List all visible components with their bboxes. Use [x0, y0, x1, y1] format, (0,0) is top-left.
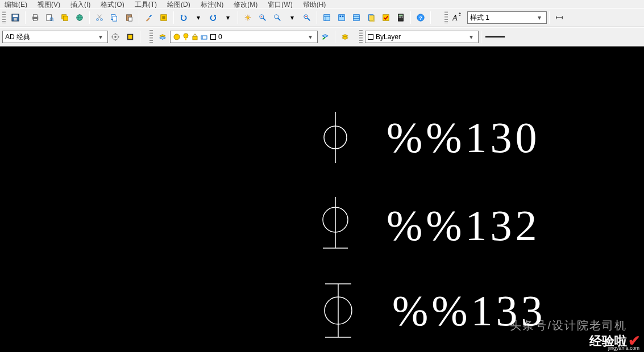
- svg-rect-63: [185, 37, 186, 40]
- svg-rect-48: [399, 16, 400, 18]
- workspace-save-button[interactable]: [123, 30, 138, 44]
- zoom-previous-button[interactable]: [300, 10, 314, 25]
- workspace-settings-button[interactable]: [108, 30, 123, 44]
- svg-text:A: A: [452, 14, 458, 22]
- design-center-button[interactable]: [334, 10, 349, 25]
- text-style-value: 样式 1: [470, 13, 535, 23]
- color-swatch: [368, 34, 373, 40]
- text-style-dropdown[interactable]: 样式 1 ▾: [467, 11, 547, 24]
- svg-rect-45: [383, 15, 389, 21]
- menu-item[interactable]: 视图(V): [38, 1, 60, 8]
- workspace-dropdown[interactable]: AD 经典 ▾: [2, 31, 108, 43]
- phi-underline-symbol-icon: [318, 194, 352, 257]
- svg-line-28: [263, 18, 265, 20]
- publish-button[interactable]: [57, 10, 72, 25]
- menu-item[interactable]: 帮助(H): [303, 1, 326, 8]
- svg-line-8: [52, 20, 53, 21]
- match-properties-button[interactable]: [142, 10, 156, 25]
- print-button[interactable]: [28, 10, 43, 25]
- toolbar-grip[interactable]: [149, 30, 153, 44]
- menu-item[interactable]: 工具(T): [135, 1, 157, 8]
- redo-button[interactable]: [206, 10, 221, 25]
- svg-point-30: [275, 15, 279, 19]
- svg-rect-19: [113, 16, 117, 21]
- menu-item[interactable]: 格式(O): [101, 1, 124, 8]
- layers-toolbar: AD 经典 ▾ 0 ▾ ByLayer ▾: [0, 27, 644, 47]
- svg-point-15: [101, 19, 103, 21]
- zoom-dropdown[interactable]: ▾: [285, 10, 300, 25]
- calculator-button[interactable]: [393, 10, 408, 25]
- phi-symbol-icon: [318, 109, 352, 166]
- separator: [335, 31, 335, 43]
- svg-line-31: [278, 18, 280, 20]
- chevron-down-icon: ▾: [306, 31, 315, 43]
- layer-properties-button[interactable]: [155, 30, 170, 44]
- undo-button[interactable]: [176, 10, 191, 25]
- block-editor-button[interactable]: [156, 10, 171, 25]
- toolbar-grip[interactable]: [2, 11, 6, 24]
- svg-point-26: [247, 16, 249, 19]
- svg-rect-4: [34, 15, 38, 17]
- save-button[interactable]: [8, 10, 23, 25]
- cut-button[interactable]: [92, 10, 107, 25]
- drawing-text: %%132: [387, 201, 541, 250]
- separator: [410, 11, 411, 24]
- layer-status-icons: [173, 33, 208, 41]
- chevron-down-icon: ▾: [535, 12, 544, 23]
- help-button[interactable]: ?: [413, 10, 428, 25]
- toolbar-grip[interactable]: [444, 11, 448, 24]
- chevron-down-icon: ▾: [96, 31, 105, 43]
- paste-button[interactable]: [122, 10, 136, 25]
- markup-button[interactable]: [379, 10, 393, 25]
- separator: [140, 31, 140, 43]
- dimension-style-button[interactable]: [552, 10, 567, 25]
- zoom-window-button[interactable]: [270, 10, 285, 25]
- layer-state-button[interactable]: [338, 30, 352, 44]
- print-preview-button[interactable]: [43, 10, 57, 25]
- tool-palettes-button[interactable]: [349, 10, 364, 25]
- layer-dropdown[interactable]: 0 ▾: [170, 31, 318, 43]
- svg-line-23: [149, 15, 152, 18]
- svg-rect-34: [324, 15, 330, 21]
- svg-rect-22: [128, 17, 132, 21]
- pan-button[interactable]: [240, 10, 255, 25]
- publish-web-button[interactable]: [72, 10, 87, 25]
- svg-rect-44: [369, 16, 374, 22]
- color-dropdown[interactable]: ByLayer ▾: [365, 31, 479, 43]
- svg-text:?: ?: [419, 15, 422, 21]
- svg-rect-40: [354, 15, 360, 21]
- brand-watermark: 经验啦 ✔ jingyanla.com: [589, 332, 641, 350]
- drawing-canvas[interactable]: %%130 %%132 %%133 头条号/设计院老司机 经验啦 ✔ jingy…: [0, 47, 644, 352]
- zoom-realtime-button[interactable]: +: [255, 10, 270, 25]
- separator: [173, 11, 174, 24]
- menu-item[interactable]: 编辑(E): [5, 1, 27, 8]
- redo-dropdown[interactable]: ▾: [221, 10, 235, 25]
- layer-value: 0: [218, 33, 306, 41]
- standard-toolbar: ▾ ▾ + ▾ ? A: [0, 8, 644, 27]
- undo-dropdown[interactable]: ▾: [191, 10, 206, 25]
- separator: [317, 11, 317, 24]
- toolbar-grip[interactable]: [359, 30, 363, 44]
- menu-item[interactable]: 窗口(W): [268, 1, 292, 8]
- text-style-button[interactable]: A: [450, 10, 465, 25]
- linetype-button[interactable]: [484, 30, 506, 44]
- properties-button[interactable]: [319, 10, 334, 25]
- separator: [238, 11, 238, 24]
- separator: [139, 11, 139, 24]
- menu-item[interactable]: 插入(I): [70, 1, 90, 8]
- menu-item[interactable]: 标注(N): [201, 1, 224, 8]
- layer-color-swatch: [210, 34, 216, 40]
- svg-rect-37: [339, 15, 345, 21]
- svg-rect-25: [162, 16, 165, 19]
- menu-item[interactable]: 修改(M): [234, 1, 257, 8]
- separator: [430, 11, 431, 24]
- svg-rect-2: [14, 18, 16, 20]
- layer-previous-button[interactable]: [318, 30, 333, 44]
- svg-rect-64: [193, 36, 197, 40]
- sheet-set-button[interactable]: [364, 10, 379, 25]
- copy-button[interactable]: [107, 10, 122, 25]
- menu-item[interactable]: 绘图(D): [167, 1, 190, 8]
- color-value: ByLayer: [376, 33, 467, 41]
- svg-line-16: [98, 15, 101, 19]
- watermark-text: 头条号/设计院老司机: [510, 318, 627, 333]
